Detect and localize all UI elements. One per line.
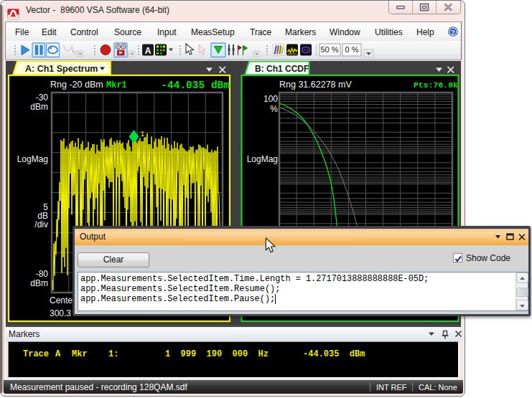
svg-text:0 %: 0 % — [345, 45, 359, 54]
svg-text:Pts:76.8k: Pts:76.8k — [414, 80, 458, 90]
svg-text:300.3: 300.3 — [50, 308, 71, 318]
svg-text:50 %: 50 % — [320, 45, 338, 54]
svg-text:%: % — [270, 104, 278, 114]
svg-text:?: ? — [451, 28, 455, 36]
svg-text:dBm: dBm — [30, 278, 48, 288]
svg-text:-80: -80 — [36, 269, 49, 279]
svg-text:B: Ch1 CCDF: B: Ch1 CCDF — [255, 64, 309, 74]
svg-text:LogMag: LogMag — [247, 154, 278, 164]
svg-text:A: Ch1 Spectrum: A: Ch1 Spectrum — [25, 64, 98, 74]
svg-text:-30: -30 — [36, 93, 49, 103]
svg-text:dBm: dBm — [30, 102, 48, 112]
svg-text:LogMag: LogMag — [17, 154, 48, 164]
svg-text:100: 100 — [263, 94, 278, 104]
svg-text:A: A — [145, 46, 151, 56]
svg-text:1: 1 — [140, 130, 145, 138]
svg-text:Rng -20 dBm: Rng -20 dBm — [50, 80, 103, 90]
svg-text:/div: /div — [34, 219, 48, 229]
svg-text:Mkr1: Mkr1 — [106, 80, 127, 90]
svg-text:-44.035 dBm: -44.035 dBm — [161, 80, 230, 91]
svg-text:Rng 31.62278 mV: Rng 31.62278 mV — [279, 80, 352, 90]
